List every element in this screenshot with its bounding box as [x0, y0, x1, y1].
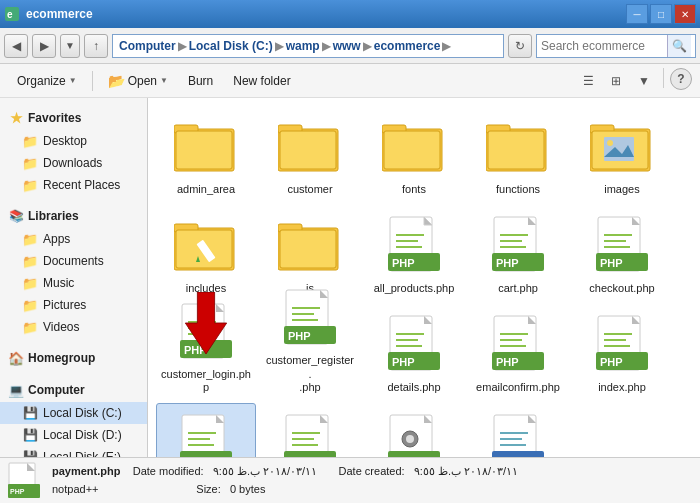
homegroup-section: 🏠 Homegroup	[0, 346, 147, 370]
folder-icon: 📁	[22, 231, 38, 247]
file-all-products[interactable]: PHP all_products.php	[364, 205, 464, 300]
path-computer: Computer	[119, 39, 176, 53]
new-folder-button[interactable]: New folder	[224, 68, 299, 94]
file-label: functions	[496, 183, 540, 196]
file-index[interactable]: PHP index.php	[572, 304, 672, 399]
sidebar-item-downloads[interactable]: 📁 Downloads	[0, 152, 147, 174]
app-icon: e	[4, 6, 20, 22]
window-controls: ─ □ ✕	[626, 4, 696, 24]
file-label: emailconfirm.php	[476, 381, 560, 394]
file-checkout[interactable]: PHP checkout.php	[572, 205, 672, 300]
help-button[interactable]: ?	[670, 68, 692, 90]
organize-button[interactable]: Organize ▼	[8, 68, 86, 94]
folder-customer[interactable]: customer	[260, 106, 360, 201]
drive-icon: 💾	[22, 449, 38, 457]
open-button[interactable]: 📂 Open ▼	[99, 68, 177, 94]
status-size-label: Size:	[196, 483, 220, 495]
sidebar-item-local-c[interactable]: 💾 Local Disk (C:)	[0, 402, 147, 424]
drive-icon: 💾	[22, 405, 38, 421]
svg-rect-13	[488, 131, 544, 169]
svg-rect-27	[280, 230, 336, 268]
php-file-icon: PHP	[486, 214, 550, 278]
back-button[interactable]: ◀	[4, 34, 28, 58]
search-box[interactable]: 🔍	[536, 34, 696, 58]
folder-icon: 📁	[22, 275, 38, 291]
svg-text:CSS: CSS	[497, 456, 518, 457]
title-bar: e ecommerce ─ □ ✕	[0, 0, 700, 28]
view-list-button[interactable]: ☰	[575, 68, 601, 94]
folder-icon	[278, 214, 342, 278]
folder-fonts[interactable]: fonts	[364, 106, 464, 201]
address-path[interactable]: Computer ▶ Local Disk (C:) ▶ wamp ▶ www …	[112, 34, 504, 58]
file-emailconfirm[interactable]: PHP emailconfirm.php	[468, 304, 568, 399]
svg-text:PHP: PHP	[10, 488, 25, 495]
sidebar-item-desktop[interactable]: 📁 Desktop	[0, 130, 147, 152]
sidebar-item-local-e[interactable]: 💾 Local Disk (E:)	[0, 446, 147, 457]
file-details[interactable]: PHP details.php	[364, 304, 464, 399]
folder-js[interactable]: js	[260, 205, 360, 300]
sidebar-item-local-d[interactable]: 💾 Local Disk (D:)	[0, 424, 147, 446]
svg-point-105	[406, 435, 414, 443]
view-grid-button[interactable]: ⊞	[603, 68, 629, 94]
sidebar-item-documents[interactable]: 📁 Documents	[0, 250, 147, 272]
folder-icon	[174, 214, 238, 278]
sidebar-item-pictures[interactable]: 📁 Pictures	[0, 294, 147, 316]
home-icon: 🏠	[8, 350, 24, 366]
file-label: fonts	[402, 183, 426, 196]
status-file-icon: PHP	[8, 462, 40, 500]
svg-text:PHP: PHP	[184, 455, 207, 457]
status-info: payment.php Date modified: ٢٠١٨/٠٣/١١ ب.…	[52, 463, 518, 498]
toolbar-separator-1	[92, 71, 93, 91]
sidebar-item-music[interactable]: 📁 Music	[0, 272, 147, 294]
file-area: admin_area customer fonts	[148, 98, 700, 457]
libraries-icon: 📚	[8, 208, 24, 224]
status-date-modified: ٢٠١٨/٠٣/١١ ب.ظ ٩:٥٥	[213, 465, 317, 477]
file-cart[interactable]: PHP cart.php	[468, 205, 568, 300]
close-button[interactable]: ✕	[674, 4, 696, 24]
folder-admin-area[interactable]: admin_area	[156, 106, 256, 201]
file-payment[interactable]: PHP payment.php	[156, 403, 256, 457]
file-customer-login[interactable]: PHP customer_login.php	[156, 304, 256, 399]
folder-icon: 📁	[22, 133, 38, 149]
file-label: cart.php	[498, 282, 538, 295]
refresh-button[interactable]: ↻	[508, 34, 532, 58]
folder-icon	[174, 115, 238, 179]
php-file-icon: PHP	[278, 288, 342, 350]
burn-button[interactable]: Burn	[179, 68, 222, 94]
file-result[interactable]: PHP result.php	[260, 403, 360, 457]
folder-icon: 📁	[22, 319, 38, 335]
svg-rect-4	[176, 131, 232, 169]
main-content: ★ Favorites 📁 Desktop 📁 Downloads 📁 Rece…	[0, 98, 700, 457]
path-www: www	[333, 39, 361, 53]
sidebar-item-recent[interactable]: 📁 Recent Places	[0, 174, 147, 196]
folder-icon: 📁	[22, 155, 38, 171]
file-server[interactable]: PHP server.php	[364, 403, 464, 457]
folder-icon: 📁	[22, 253, 38, 269]
sidebar-item-apps[interactable]: 📁 Apps	[0, 228, 147, 250]
status-date-created-label: Date created:	[339, 465, 405, 477]
dropdown-button[interactable]: ▼	[60, 34, 80, 58]
view-arrow-button[interactable]: ▼	[631, 68, 657, 94]
folder-icon	[590, 115, 654, 179]
svg-text:e: e	[7, 9, 13, 20]
search-button[interactable]: 🔍	[667, 35, 691, 57]
folder-functions[interactable]: functions	[468, 106, 568, 201]
up-button[interactable]: ↑	[84, 34, 108, 58]
maximize-button[interactable]: □	[650, 4, 672, 24]
organize-arrow: ▼	[69, 76, 77, 85]
sidebar-item-videos[interactable]: 📁 Videos	[0, 316, 147, 338]
sidebar: ★ Favorites 📁 Desktop 📁 Downloads 📁 Rece…	[0, 98, 148, 457]
search-input[interactable]	[537, 35, 667, 57]
file-label: index.php	[598, 381, 646, 394]
folder-icon	[486, 115, 550, 179]
minimize-button[interactable]: ─	[626, 4, 648, 24]
folder-images[interactable]: images	[572, 106, 672, 201]
forward-button[interactable]: ▶	[32, 34, 56, 58]
path-wamp: wamp	[286, 39, 320, 53]
path-localdisk: Local Disk (C:)	[189, 39, 273, 53]
file-customer-register[interactable]: PHP customer_register..php	[260, 304, 360, 399]
php-file-icon: PHP	[174, 302, 238, 364]
favorites-star-icon: ★	[8, 110, 24, 126]
file-style-css[interactable]: CSS style.css	[468, 403, 568, 457]
folder-includes[interactable]: includes	[156, 205, 256, 300]
